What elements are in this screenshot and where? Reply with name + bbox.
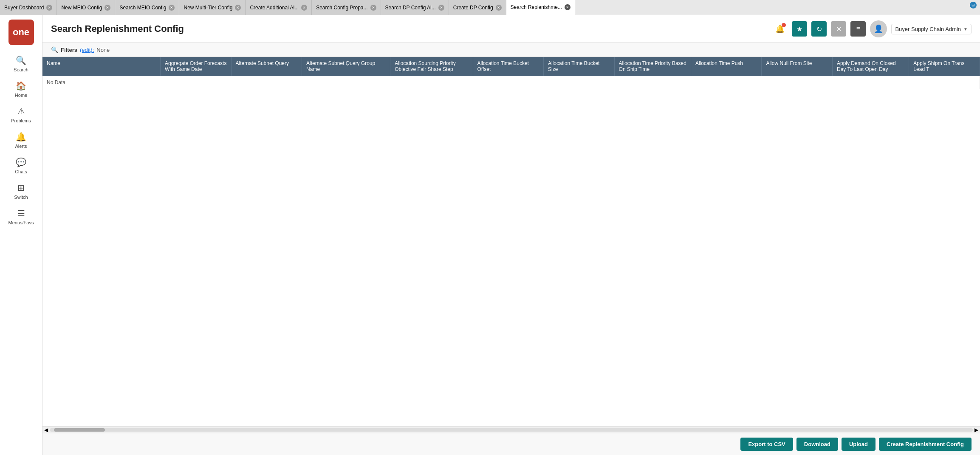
data-table: NameAggregate Order Forecasts With Same … xyxy=(42,57,980,89)
scroll-thumb[interactable] xyxy=(54,428,105,432)
close-button[interactable]: ✕ xyxy=(831,21,846,37)
filters-label: Filters xyxy=(61,47,77,53)
tab-label-buyer-dashboard: Buyer Dashboard xyxy=(4,5,44,11)
user-dropdown[interactable]: Buyer Supply Chain Admin ▼ xyxy=(891,24,972,34)
avatar: 👤 xyxy=(870,20,887,37)
sidebar-label-search: Search xyxy=(14,67,28,72)
col-header-allow-null-from-site: Allow Null From Site xyxy=(762,57,833,76)
content-area: Search Replenishment Config 🔔 ★ ↻ ✕ ≡ 👤 … xyxy=(42,15,980,455)
search-icon: 🔍 xyxy=(16,55,26,65)
create-replenishment-button[interactable]: Create Replenishment Config xyxy=(879,438,972,451)
sidebar-label-chats: Chats xyxy=(15,169,27,174)
tab-new-multi-tier-config[interactable]: New Multi-Tier Config✕ xyxy=(179,0,246,15)
notification-icon[interactable]: 🔔 xyxy=(772,21,788,37)
tab-label-create-additional-al: Create Additional Al... xyxy=(250,5,299,11)
sidebar-item-search[interactable]: 🔍Search xyxy=(2,52,40,76)
col-header-alternate-subnet-query-group-name: Alternate Subnet Query Group Name xyxy=(302,57,390,76)
tab-close-create-dp-config[interactable]: ✕ xyxy=(496,5,502,11)
problems-icon: ⚠ xyxy=(17,106,25,116)
tab-label-create-dp-config: Create DP Config xyxy=(453,5,493,11)
sidebar-label-home: Home xyxy=(15,93,27,98)
tab-new-meio-config[interactable]: New MEIO Config✕ xyxy=(57,0,115,15)
upload-button[interactable]: Upload xyxy=(842,438,876,451)
sidebar-label-menus-favs: Menus/Favs xyxy=(8,220,34,225)
col-header-allocation-sourcing-priority: Allocation Sourcing Priority Objective F… xyxy=(390,57,473,76)
page-header: Search Replenishment Config 🔔 ★ ↻ ✕ ≡ 👤 … xyxy=(42,15,980,43)
col-header-alternate-subnet-query: Alternate Subnet Query xyxy=(231,57,302,76)
tab-close-search-replenishment[interactable]: ✕ xyxy=(565,4,570,10)
sidebar-label-switch: Switch xyxy=(14,195,28,200)
refresh-button[interactable]: ↻ xyxy=(811,21,827,37)
tab-close-buyer-dashboard[interactable]: ✕ xyxy=(46,5,52,11)
filter-icon: 🔍 xyxy=(51,46,58,53)
col-header-allocation-time-bucket-offset: Allocation Time Bucket Offset xyxy=(473,57,544,76)
col-header-name: Name xyxy=(42,57,161,76)
scroll-right-icon[interactable]: ▶ xyxy=(974,427,978,433)
home-icon: 🏠 xyxy=(16,81,26,91)
filters-bar: 🔍 Filters (edit): None xyxy=(42,43,980,57)
tab-create-dp-config[interactable]: Create DP Config✕ xyxy=(449,0,506,15)
chevron-down-icon: ▼ xyxy=(963,27,968,31)
tab-search-config-propa[interactable]: Search Config Propa...✕ xyxy=(312,0,381,15)
col-header-apply-shipm-on-trans: Apply Shipm On Trans Lead T xyxy=(909,57,980,76)
tab-close-new-meio-config[interactable]: ✕ xyxy=(104,5,110,11)
switch-icon: ⊞ xyxy=(17,183,25,193)
tab-search-replenishment[interactable]: Search Replenishme...✕ xyxy=(506,0,575,15)
sidebar-item-switch[interactable]: ⊞Switch⊞ xyxy=(2,179,40,203)
tab-close-search-dp-config-al[interactable]: ✕ xyxy=(438,5,444,11)
tab-search-dp-config-al[interactable]: Search DP Config Al...✕ xyxy=(381,0,449,15)
favorite-button[interactable]: ★ xyxy=(792,21,807,37)
scroll-left-icon[interactable]: ◀ xyxy=(44,427,48,433)
page-title: Search Replenishment Config xyxy=(51,23,184,34)
tab-close-search-meio-config[interactable]: ✕ xyxy=(169,5,175,11)
user-name: Buyer Supply Chain Admin xyxy=(895,26,961,32)
tab-label-search-meio-config: Search MEIO Config xyxy=(119,5,166,11)
tab-label-new-meio-config: New MEIO Config xyxy=(61,5,102,11)
filters-value: None xyxy=(96,47,110,53)
tab-bar: Buyer Dashboard✕New MEIO Config✕Search M… xyxy=(0,0,980,15)
menu-button[interactable]: ≡ xyxy=(850,21,866,37)
tab-buyer-dashboard[interactable]: Buyer Dashboard✕ xyxy=(0,0,57,15)
tab-close-new-multi-tier-config[interactable]: ✕ xyxy=(235,5,241,11)
tab-label-search-dp-config-al: Search DP Config Al... xyxy=(385,5,436,11)
col-header-allocation-time-bucket-size: Allocation Time Bucket Size xyxy=(544,57,615,76)
notification-dot xyxy=(782,23,786,27)
sidebar-label-alerts: Alerts xyxy=(15,144,27,149)
tab-label-search-config-propa: Search Config Propa... xyxy=(316,5,367,11)
no-data-cell: No Data xyxy=(42,76,980,89)
tab-close-search-config-propa[interactable]: ✕ xyxy=(370,5,376,11)
no-data-row: No Data xyxy=(42,76,980,89)
sidebar-item-alerts[interactable]: 🔔Alerts xyxy=(2,128,40,152)
table-area[interactable]: NameAggregate Order Forecasts With Same … xyxy=(42,57,980,426)
col-header-allocation-time-push: Allocation Time Push xyxy=(691,57,762,76)
logo[interactable]: one xyxy=(8,20,34,45)
sidebar: one 🔍Search🏠Home⚠Problems🔔Alerts💬Chats⊞S… xyxy=(0,15,42,455)
filters-edit[interactable]: (edit): xyxy=(80,47,94,53)
table-header-row: NameAggregate Order Forecasts With Same … xyxy=(42,57,980,76)
export-csv-button[interactable]: Export to CSV xyxy=(740,438,793,451)
download-button[interactable]: Download xyxy=(796,438,838,451)
col-header-aggregate-order-forecasts: Aggregate Order Forecasts With Same Date xyxy=(161,57,232,76)
chats-icon: 💬 xyxy=(16,157,26,167)
header-actions: 🔔 ★ ↻ ✕ ≡ 👤 Buyer Supply Chain Admin ▼ xyxy=(772,20,972,37)
sidebar-item-problems[interactable]: ⚠Problems xyxy=(2,103,40,127)
col-header-apply-demand-closed: Apply Demand On Closed Day To Last Open … xyxy=(832,57,909,76)
main-layout: one 🔍Search🏠Home⚠Problems🔔Alerts💬Chats⊞S… xyxy=(0,15,980,455)
scroll-track[interactable] xyxy=(50,428,973,432)
tab-close-create-additional-al[interactable]: ✕ xyxy=(301,5,307,11)
menus-favs-icon: ☰ xyxy=(17,208,25,218)
sidebar-item-menus-favs[interactable]: ☰Menus/Favs xyxy=(2,205,40,229)
tab-search-meio-config[interactable]: Search MEIO Config✕ xyxy=(115,0,179,15)
sidebar-item-home[interactable]: 🏠Home xyxy=(2,77,40,101)
bottom-bar: Export to CSV Download Upload Create Rep… xyxy=(42,433,980,455)
sidebar-item-chats[interactable]: 💬Chats xyxy=(2,154,40,178)
sidebar-label-problems: Problems xyxy=(11,118,31,123)
horizontal-scrollbar[interactable]: ◀ ▶ xyxy=(42,426,980,433)
tab-label-search-replenishment: Search Replenishme... xyxy=(511,4,562,10)
col-header-allocation-time-priority-based: Allocation Time Priority Based On Ship T… xyxy=(614,57,691,76)
tab-label-new-multi-tier-config: New Multi-Tier Config xyxy=(184,5,232,11)
alerts-icon: 🔔 xyxy=(16,132,26,142)
tab-create-additional-al[interactable]: Create Additional Al...✕ xyxy=(246,0,312,15)
